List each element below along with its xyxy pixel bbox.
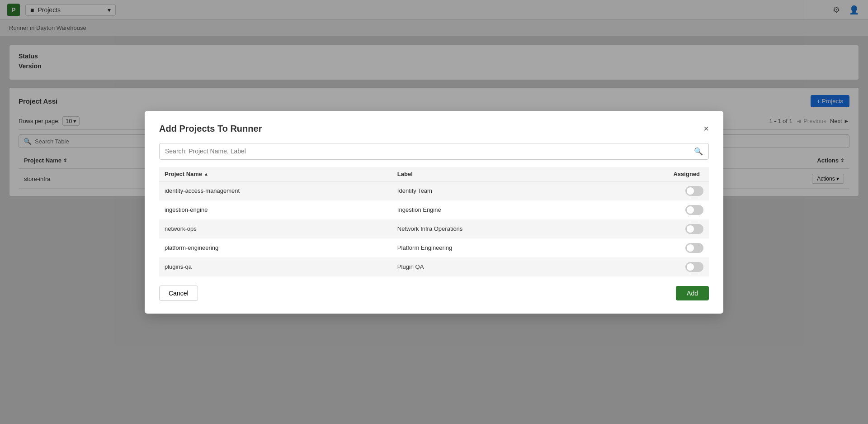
toggle-slider <box>685 205 703 215</box>
modal-footer: Cancel Add <box>159 286 709 301</box>
modal-project-name-cell: identity-access-management <box>159 181 392 200</box>
toggle-slider <box>685 224 703 234</box>
toggle-slider <box>685 186 703 196</box>
modal-label-cell: Network Infra Operations <box>392 219 598 238</box>
modal-projects-table: Project Name ▲ Label Assigned identity-a… <box>159 167 709 276</box>
add-projects-modal: Add Projects To Runner × 🔍 Project Name … <box>145 111 723 314</box>
modal-label-cell: Ingestion Engine <box>392 200 598 219</box>
modal-close-button[interactable]: × <box>703 124 709 133</box>
assigned-toggle[interactable] <box>685 205 703 215</box>
modal-project-name-cell: network-ops <box>159 219 392 238</box>
assigned-toggle[interactable] <box>685 262 703 272</box>
modal-assigned-cell <box>598 219 709 238</box>
modal-table-row: identity-access-managementIdentity Team <box>159 181 709 200</box>
modal-table-row: plugins-qaPlugin QA <box>159 257 709 276</box>
modal-col-assigned: Assigned <box>598 167 709 181</box>
modal-search-icon: 🔍 <box>694 147 703 156</box>
modal-project-name-sort-icon[interactable]: ▲ <box>204 172 208 176</box>
modal-search-bar[interactable]: 🔍 <box>159 143 709 160</box>
modal-overlay: Add Projects To Runner × 🔍 Project Name … <box>0 0 868 424</box>
modal-search-input[interactable] <box>165 148 694 155</box>
assigned-toggle[interactable] <box>685 224 703 234</box>
cancel-button[interactable]: Cancel <box>159 286 198 301</box>
modal-table-row: network-opsNetwork Infra Operations <box>159 219 709 238</box>
toggle-slider <box>685 243 703 253</box>
modal-project-name-cell: plugins-qa <box>159 257 392 276</box>
modal-col-label: Label <box>392 167 598 181</box>
add-button[interactable]: Add <box>676 286 709 300</box>
modal-project-name-cell: platform-engineering <box>159 238 392 257</box>
modal-title: Add Projects To Runner <box>159 124 262 134</box>
modal-assigned-cell <box>598 181 709 200</box>
modal-assigned-cell <box>598 238 709 257</box>
modal-col-project-name: Project Name ▲ <box>159 167 392 181</box>
modal-assigned-cell <box>598 257 709 276</box>
assigned-toggle[interactable] <box>685 243 703 253</box>
assigned-toggle[interactable] <box>685 186 703 196</box>
modal-table-row: platform-engineeringPlatform Engineering <box>159 238 709 257</box>
modal-assigned-cell <box>598 200 709 219</box>
modal-table-row: ingestion-engineIngestion Engine <box>159 200 709 219</box>
modal-project-name-cell: ingestion-engine <box>159 200 392 219</box>
modal-label-cell: Plugin QA <box>392 257 598 276</box>
modal-header: Add Projects To Runner × <box>159 124 709 134</box>
modal-label-cell: Platform Engineering <box>392 238 598 257</box>
modal-label-cell: Identity Team <box>392 181 598 200</box>
toggle-slider <box>685 262 703 272</box>
